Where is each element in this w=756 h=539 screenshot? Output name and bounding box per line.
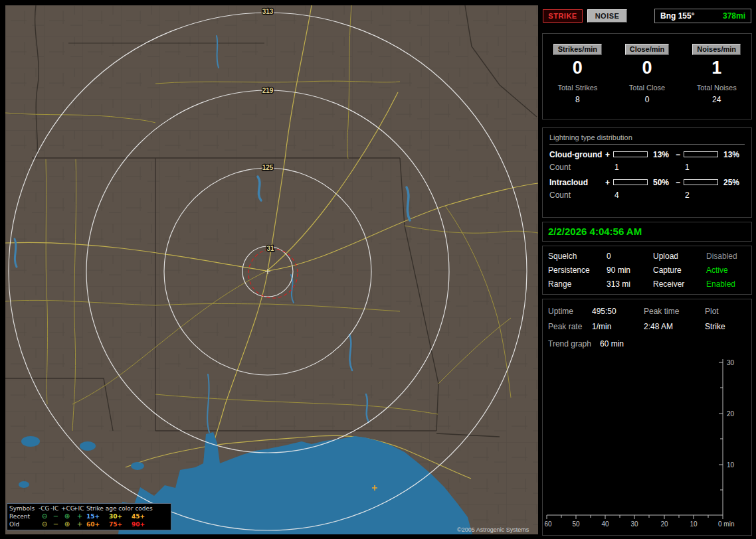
receiver-status: Enabled [706,279,747,289]
close-per-min-button[interactable]: Close/min [625,44,670,55]
legend-age-header: Strike age color codes [86,504,154,512]
intracloud-count-row: Count 4 2 [549,190,745,200]
datetime: 2/2/2026 4:04:56 AM [548,226,642,237]
legend-row-old: Old ⊖ − ⊕ + 60+ 75+ 90+ [9,520,169,528]
squelch-value: 0 [607,252,653,261]
range-value: 313 mi [607,279,653,289]
peak-time-value: 2:48 AM [644,322,705,331]
cloud-ground-count-row: Count 1 1 [549,162,745,172]
strike-button[interactable]: STRIKE [543,9,583,23]
count-label: Count [549,163,605,172]
noises-counter: Noises/min 1 Total Noises 24 [682,34,751,119]
stats-row: Uptime 495:50 Peak time Plot [548,307,751,316]
minus-sign: − [676,178,684,187]
strikes-per-min-button[interactable]: Strikes/min [553,44,602,55]
type-name: Cloud-ground [549,150,605,159]
count-label: Count [549,191,605,200]
pos-ic-icon: + [73,512,86,520]
uptime-value: 495:50 [592,307,644,316]
trend-graph: 30 20 10 60 50 40 30 20 10 0 min [544,355,750,533]
close-per-min-value: 0 [613,58,682,78]
range-label: Range [548,279,607,289]
stats-row: Peak rate 1/min 2:48 AM Strike [548,322,751,331]
copyright: ©2005 Astrogenic Systems [457,526,529,533]
range-label: 31 [266,245,274,252]
neg-cg-icon: ⊖ [39,512,50,520]
close-counter: Close/min 0 Total Close 0 [613,34,682,119]
neg-bar [684,179,718,185]
total-close-label: Total Close [613,84,682,92]
cloud-ground-row: Cloud-ground + 13% − 13% [549,149,745,159]
strikes-counter: Strikes/min 0 Total Strikes 8 [543,34,613,119]
peak-rate-value: 1/min [592,322,644,331]
strikes-per-min-value: 0 [543,58,613,78]
y-tick-label: 30 [727,359,735,366]
trend-graph-label: Trend graph [548,339,600,348]
x-tick-label: 30 [630,520,638,528]
total-strikes-value: 8 [543,95,613,104]
minus-sign: − [676,150,684,159]
legend-symbols-header: Symbols [9,504,39,512]
age-code: 15+ [86,512,109,520]
peak-time-label: Peak time [644,307,705,316]
peak-rate-label: Peak rate [548,322,592,331]
age-code: 30+ [109,512,132,520]
noise-button[interactable]: NOISE [587,9,627,23]
pos-cg-icon: ⊕ [61,512,73,520]
pos-count: 1 [613,163,650,172]
trend-setting-row: Trend graph 60 min [548,339,751,348]
noises-per-min-button[interactable]: Noises/min [692,44,741,55]
map-panel[interactable]: 313 219 125 31 Symbols -CG -IC +CG +IC S… [5,5,538,534]
x-tick-label: 20 [660,520,668,528]
clock-panel: 2/2/2026 4:04:56 AM [542,222,752,242]
app-window: 313 219 125 31 Symbols -CG -IC +CG +IC S… [0,0,756,539]
pos-count: 4 [613,191,650,200]
persistence-value: 90 min [607,266,653,275]
trend-graph-value: 60 min [600,339,751,348]
upload-status: Disabled [706,252,747,261]
map-canvas[interactable]: 313 219 125 31 [5,5,538,534]
legend-row-recent: Recent ⊖ − ⊕ + 15+ 30+ 45+ [9,512,169,520]
x-tick-label: 10 [690,520,698,528]
legend-col-header: +CG [61,504,73,512]
legend-row-label: Recent [9,512,39,520]
legend-col-header: -IC [50,504,61,512]
squelch-label: Squelch [548,252,607,261]
legend-col-header: -CG [39,504,50,512]
settings-row: Range 313 mi Receiver Enabled [548,279,751,289]
receiver-label: Receiver [653,279,706,289]
plus-sign: + [605,178,613,187]
capture-label: Capture [653,266,706,275]
x-tick-label: 50 [572,520,580,528]
x-tick-label: 40 [601,520,609,528]
total-strikes-label: Total Strikes [543,84,613,92]
legend-header-row: Symbols -CG -IC +CG +IC Strike age color… [9,504,169,512]
pos-cg-icon: ⊕ [61,520,73,528]
neg-cg-icon: ⊖ [39,520,50,528]
plot-value: Strike [705,322,751,331]
plot-label: Plot [705,307,751,316]
pos-pct: 50% [650,178,676,187]
settings-panel: Squelch 0 Upload Disabled Persistence 90… [542,246,752,295]
capture-status: Active [706,266,747,275]
age-code: 90+ [132,520,154,528]
pos-ic-icon: + [73,520,86,528]
settings-row: Squelch 0 Upload Disabled [548,252,751,261]
x-tick-label: 0 min [718,520,734,528]
age-code: 75+ [109,520,132,528]
y-tick-label: 10 [727,461,735,469]
neg-ic-icon: − [50,520,61,528]
range-label: 219 [262,87,274,94]
neg-pct: 13% [721,150,746,159]
neg-bar [684,151,718,157]
legend-row-label: Old [9,520,39,528]
total-close-value: 0 [613,95,682,104]
neg-pct: 25% [721,178,746,187]
noises-per-min-value: 1 [682,58,751,78]
counters-panel: Strikes/min 0 Total Strikes 8 Close/min … [542,33,752,119]
type-name: Intracloud [549,178,605,187]
intracloud-row: Intracloud + 50% − 25% [549,177,745,187]
map-legend: Symbols -CG -IC +CG +IC Strike age color… [7,503,171,530]
age-code: 45+ [132,512,154,520]
distance-value: 378mi [723,11,745,21]
